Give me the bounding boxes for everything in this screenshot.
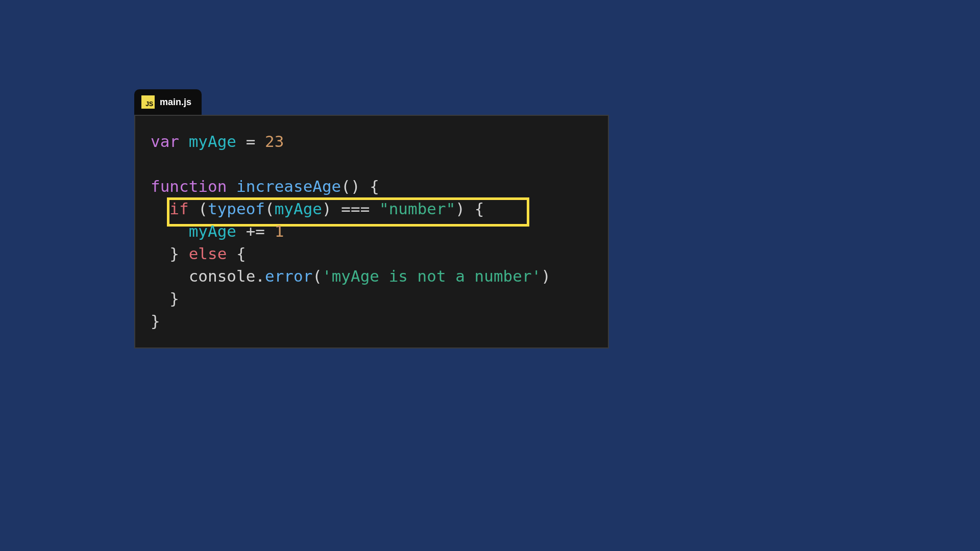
typeof-operator: typeof xyxy=(208,199,265,218)
parens: () xyxy=(341,177,360,195)
brace: { xyxy=(370,177,379,195)
keyword-else: else xyxy=(189,244,227,263)
js-icon-label: JS xyxy=(145,101,153,108)
paren: ) xyxy=(541,267,551,285)
paren: ( xyxy=(265,199,275,218)
string-literal: "number" xyxy=(379,199,455,218)
keyword-function: function xyxy=(151,177,227,195)
operator: += xyxy=(246,222,265,240)
dot: . xyxy=(255,267,265,285)
object: console xyxy=(189,267,256,285)
js-file-icon: JS xyxy=(141,95,155,109)
keyword-if: if xyxy=(169,199,188,218)
code-content: var myAge = 23 function increaseAge() { … xyxy=(151,130,593,332)
brace: } xyxy=(169,289,179,308)
code-editor-window: JS main.js var myAge = 23 function incre… xyxy=(134,89,609,348)
string-literal: 'myAge is not a number' xyxy=(322,267,541,285)
function-name: increaseAge xyxy=(236,177,341,195)
brace: { xyxy=(236,244,246,263)
number-literal: 1 xyxy=(275,222,284,240)
identifier: myAge xyxy=(189,222,236,240)
identifier: myAge xyxy=(275,199,322,218)
file-tab[interactable]: JS main.js xyxy=(134,89,202,115)
paren: ) xyxy=(322,199,332,218)
method: error xyxy=(265,267,312,285)
paren: ( xyxy=(312,267,322,285)
paren: ) xyxy=(455,199,465,218)
tab-bar: JS main.js xyxy=(134,89,609,115)
brace: } xyxy=(169,244,179,263)
paren: ( xyxy=(198,199,208,218)
identifier: myAge xyxy=(189,132,236,151)
brace: { xyxy=(475,199,484,218)
number-literal: 23 xyxy=(265,132,284,151)
keyword-var: var xyxy=(151,132,179,151)
operator: === xyxy=(341,199,370,218)
tab-filename: main.js xyxy=(160,97,191,108)
brace: } xyxy=(151,312,160,330)
operator: = xyxy=(246,132,256,151)
code-area[interactable]: var myAge = 23 function increaseAge() { … xyxy=(134,115,609,348)
